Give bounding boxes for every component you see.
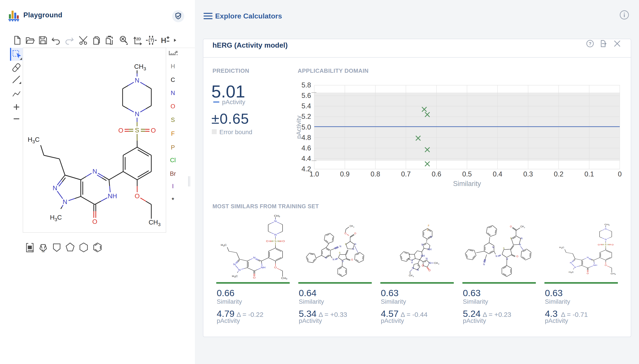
svg-text:N: N — [587, 256, 589, 258]
svg-text:CH: CH — [409, 274, 412, 277]
svg-text:S: S — [274, 240, 276, 242]
svg-text:N: N — [340, 245, 341, 248]
svg-text:O: O — [345, 232, 347, 235]
svg-text:CH3: CH3 — [604, 224, 610, 226]
svg-text:O: O — [422, 264, 424, 267]
svg-text:O: O — [354, 232, 356, 235]
svg-text:Similarity: Similarity — [381, 298, 406, 305]
svg-text:O: O — [587, 272, 589, 274]
svg-text:3: 3 — [353, 226, 354, 228]
svg-text:N: N — [417, 268, 419, 272]
svg-text:O: O — [282, 240, 285, 243]
svg-text:N: N — [521, 237, 522, 240]
svg-text:N: N — [519, 243, 521, 246]
svg-text:N: N — [429, 262, 431, 264]
svg-text:0.63: 0.63 — [545, 288, 563, 298]
svg-text:NH: NH — [593, 264, 597, 266]
svg-text:3: 3 — [524, 227, 525, 228]
svg-text:Similarity: Similarity — [463, 298, 488, 305]
svg-text:H: H — [411, 262, 413, 264]
svg-text:N: N — [422, 243, 424, 246]
svg-text:N: N — [605, 228, 607, 230]
svg-text:N: N — [430, 236, 432, 238]
svg-text:S: S — [510, 237, 512, 240]
svg-text:pActivity: pActivity — [299, 317, 322, 324]
svg-text:Similarity: Similarity — [217, 298, 242, 305]
svg-text:F: F — [428, 224, 430, 227]
svg-text:N: N — [274, 220, 276, 223]
svg-text:3: 3 — [438, 263, 439, 265]
svg-text:H3C: H3C — [221, 244, 227, 247]
svg-text:N: N — [574, 266, 576, 268]
svg-text:CH: CH — [520, 226, 524, 228]
svg-text:0.63: 0.63 — [463, 288, 480, 298]
svg-text:Δ = -0.44: Δ = -0.44 — [401, 311, 428, 318]
svg-text:NH: NH — [428, 248, 432, 251]
svg-text:Similarity: Similarity — [299, 298, 324, 305]
svg-text:CH3: CH3 — [281, 276, 287, 280]
svg-text:N: N — [274, 233, 276, 236]
svg-text:H3C: H3C — [559, 246, 564, 249]
svg-text:N: N — [426, 257, 428, 260]
svg-text:CH: CH — [350, 225, 353, 228]
svg-text:N: N — [412, 266, 414, 270]
svg-text:N: N — [483, 263, 485, 266]
svg-text:N: N — [233, 263, 236, 266]
svg-text:O: O — [274, 266, 277, 269]
svg-text:O: O — [598, 244, 600, 246]
svg-text:N: N — [354, 243, 356, 246]
svg-text:N: N — [325, 256, 327, 259]
svg-text:Δ = -0.22: Δ = -0.22 — [236, 311, 264, 318]
svg-text:Δ = +0.23: Δ = +0.23 — [482, 311, 511, 318]
svg-text:NH: NH — [421, 254, 425, 258]
svg-text:N: N — [238, 268, 240, 271]
svg-text:N: N — [496, 255, 497, 258]
svg-text:N: N — [352, 248, 354, 250]
svg-text:NH: NH — [261, 266, 266, 269]
svg-text:O: O — [351, 258, 353, 261]
svg-text:pActivity: pActivity — [545, 317, 568, 324]
svg-text:O: O — [516, 255, 518, 258]
svg-text:H3C: H3C — [569, 271, 574, 274]
svg-text:N: N — [605, 238, 607, 240]
svg-text:S: S — [605, 244, 606, 246]
svg-text:S: S — [503, 247, 504, 250]
svg-text:Δ = +0.33: Δ = +0.33 — [318, 311, 347, 318]
svg-text:N: N — [333, 258, 334, 261]
svg-text:Similarity: Similarity — [545, 298, 570, 305]
svg-text:S: S — [345, 243, 346, 246]
svg-text:pActivity: pActivity — [463, 317, 486, 324]
svg-text:O: O — [266, 240, 268, 243]
svg-text:N: N — [506, 258, 508, 260]
svg-text:N: N — [253, 256, 256, 259]
svg-text:0.63: 0.63 — [381, 288, 399, 298]
svg-text:pActivity: pActivity — [217, 317, 240, 324]
svg-text:0.66: 0.66 — [217, 288, 234, 298]
svg-text:N: N — [570, 262, 572, 264]
svg-text:pActivity: pActivity — [381, 317, 404, 324]
svg-text:O: O — [612, 244, 614, 246]
svg-text:O: O — [510, 225, 512, 228]
svg-text:N: N — [342, 260, 344, 262]
svg-text:3: 3 — [413, 276, 414, 278]
svg-text:H3C: H3C — [232, 274, 238, 278]
svg-text:0.64: 0.64 — [299, 288, 316, 298]
svg-text:CH3: CH3 — [274, 214, 280, 218]
svg-text:O: O — [253, 276, 256, 279]
svg-text:N: N — [492, 246, 494, 248]
svg-text:O: O — [428, 269, 430, 272]
svg-text:CH3: CH3 — [610, 272, 616, 275]
svg-text:S: S — [339, 252, 340, 254]
svg-text:CH: CH — [434, 262, 438, 264]
svg-text:O: O — [605, 264, 607, 266]
